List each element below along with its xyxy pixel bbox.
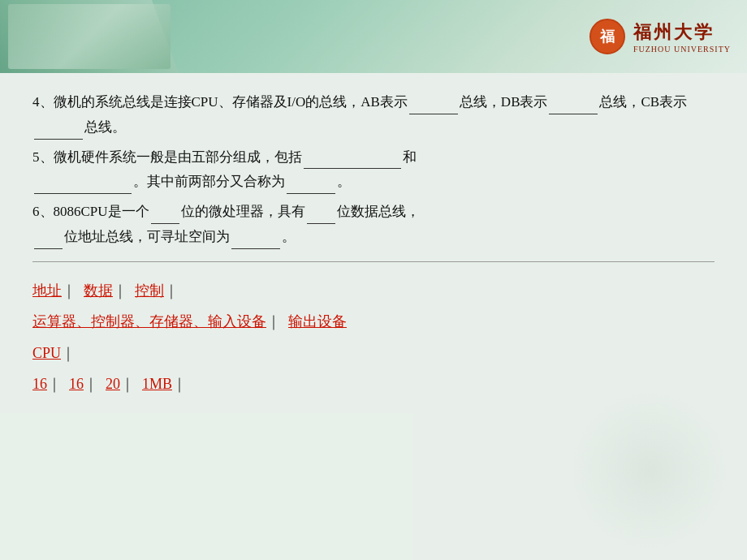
q5-blank1 — [304, 144, 401, 170]
header: 福 福州大学 FUZHOU UNIVERSITY — [0, 0, 747, 73]
answer-row-3: CPU｜ — [32, 341, 715, 366]
question-4: 4、微机的系统总线是连接CPU、存储器及I/O的总线，AB表示 总线，DB表示 … — [32, 89, 715, 140]
q5-number: 5 — [32, 149, 40, 165]
q6-text4: 。 — [282, 229, 296, 244]
sep4: ｜ — [266, 313, 281, 330]
q6-blank4 — [231, 224, 280, 249]
q6-blank2 — [307, 199, 335, 224]
q4-text3: 总线。 — [84, 119, 126, 135]
q6-intro: 、8086CPU是一个 — [40, 204, 149, 219]
answer-row-1: 地址｜ 数据｜ 控制｜ — [32, 278, 715, 304]
answer-16-2: 16 — [69, 376, 84, 392]
q6-text3: 位地址总线，可寻址空间为 — [64, 229, 230, 244]
q5-blank2 — [34, 169, 132, 194]
sep3: ｜ — [164, 282, 179, 299]
answer-16-1: 16 — [32, 376, 47, 392]
q5-blank3 — [287, 169, 335, 194]
logo-text: 福州大学 FUZHOU UNIVERSITY — [633, 20, 731, 54]
answer-data: 数据 — [84, 282, 113, 299]
sep9: ｜ — [172, 376, 187, 392]
q4-text1: 总线，DB表示 — [460, 94, 548, 110]
question-6: 6、8086CPU是一个 位的微处理器，具有 位数据总线， 位地址总线，可寻址空… — [32, 199, 715, 249]
university-name-chinese: 福州大学 — [633, 20, 731, 45]
q4-blank2 — [549, 89, 598, 114]
divider — [32, 261, 715, 262]
header-image-overlay — [8, 4, 171, 69]
logo-emblem: 福 — [589, 19, 625, 54]
question-5: 5、微机硬件系统一般是由五部分组成，包括 和 。其中前两部分又合称为 。 — [32, 144, 715, 195]
q5-text3: 。 — [337, 174, 351, 189]
answer-components: 运算器、控制器、存储器、输入设备 — [32, 313, 266, 330]
answer-output: 输出设备 — [288, 313, 347, 330]
answers-section: 地址｜ 数据｜ 控制｜ 运算器、控制器、存储器、输入设备｜ 输出设备 CPU｜ … — [32, 274, 715, 407]
q6-blank1 — [151, 199, 179, 224]
answer-ctrl: 控制 — [135, 282, 164, 299]
answer-addr: 地址 — [32, 282, 62, 299]
q6-text2: 位数据总线， — [337, 204, 420, 219]
q5-text2: 。其中前两部分又合称为 — [133, 174, 285, 189]
bg-emblem — [568, 390, 731, 552]
q4-intro: 、微机的系统总线是连接CPU、存储器及I/O的总线，AB表示 — [40, 94, 408, 110]
q5-intro: 、微机硬件系统一般是由五部分组成，包括 — [40, 149, 302, 165]
logo-char: 福 — [600, 27, 615, 46]
q4-blank1 — [409, 89, 458, 114]
q6-text1: 位的微处理器，具有 — [181, 204, 305, 219]
answer-20: 20 — [106, 376, 120, 392]
sep8: ｜ — [120, 376, 135, 392]
sep5: ｜ — [61, 345, 76, 361]
q6-blank3 — [34, 224, 63, 249]
q4-text2: 总线，CB表示 — [599, 94, 687, 110]
sep2: ｜ — [113, 282, 127, 299]
sep1: ｜ — [62, 282, 76, 299]
answer-1mb: 1MB — [142, 376, 172, 392]
university-name-english: FUZHOU UNIVERSITY — [633, 45, 731, 54]
q5-text1: 和 — [403, 149, 417, 165]
q6-number: 6 — [32, 204, 40, 219]
answer-row-2: 运算器、控制器、存储器、输入设备｜ 输出设备 — [32, 309, 715, 334]
sep7: ｜ — [84, 376, 98, 392]
q4-number: 4 — [32, 94, 40, 110]
university-logo: 福 福州大学 FUZHOU UNIVERSITY — [589, 19, 731, 54]
sep6: ｜ — [47, 376, 62, 392]
answer-cpu: CPU — [32, 345, 61, 361]
answer-row-4: 16｜ 16｜ 20｜ 1MB｜ — [32, 372, 715, 397]
main-content: 4、微机的系统总线是连接CPU、存储器及I/O的总线，AB表示 总线，DB表示 … — [0, 73, 747, 560]
q4-blank3 — [34, 114, 83, 140]
